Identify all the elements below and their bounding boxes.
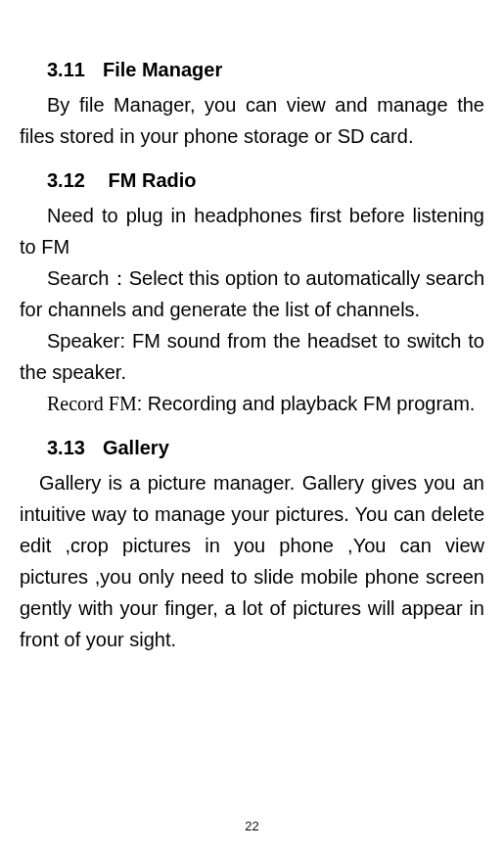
section-title: File Manager: [103, 59, 222, 80]
section-body-311: By file Manager, you can view and manage…: [20, 89, 484, 152]
section-heading-313: 3.13Gallery: [20, 437, 484, 459]
section-number: 3.13: [47, 437, 85, 459]
section-heading-311: 3.11File Manager: [20, 59, 484, 81]
section-body-312-intro: Need to plug in headphones first before …: [20, 200, 484, 262]
record-fm-rest: : Recording and playback FM program.: [137, 393, 476, 414]
section-number: 3.12: [47, 169, 85, 192]
section-body-312-search: Search：Select this option to automatical…: [20, 262, 484, 325]
section-title: FM Radio: [109, 169, 197, 191]
section-body-312-speaker: Speaker: FM sound from the headset to sw…: [20, 325, 484, 388]
section-title: Gallery: [103, 437, 169, 458]
document-content: 3.11File Manager By file Manager, you ca…: [20, 59, 484, 655]
section-body-313: Gallery is a picture manager. Gallery gi…: [20, 467, 484, 655]
section-heading-312: 3.12 FM Radio: [20, 169, 484, 192]
section-number: 3.11: [47, 59, 85, 81]
page-number: 22: [245, 819, 258, 833]
section-body-312-record: Record FM: Recording and playback FM pro…: [20, 388, 484, 419]
record-fm-label: Record FM: [47, 393, 137, 414]
